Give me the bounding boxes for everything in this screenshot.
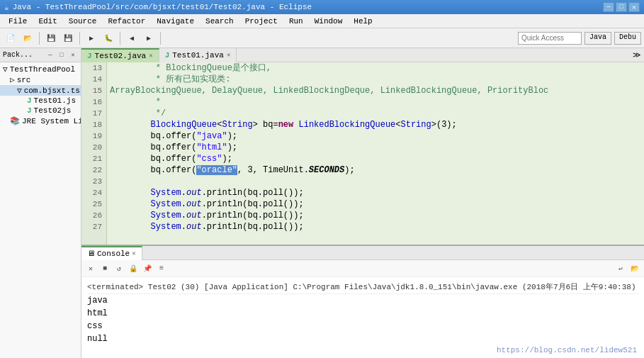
main-layout: Pack... ─ □ ✕ ▽ TestThreadPool ▷ src ▽ [0,48,644,358]
line-num-22: 22 [86,164,102,176]
code-line-16: * [110,96,641,108]
expand-icon: ▽ [3,65,8,74]
tree-item-jre[interactable]: 📚 JRE System Lib... [0,116,81,126]
toolbar-separator-2 [79,32,80,45]
line-num-21: 21 [86,153,102,164]
tree-item-test01[interactable]: J Test01.js [0,96,81,106]
eclipse-icon: ☕ [4,3,9,12]
minimize-panel-button[interactable]: ─ [45,50,55,60]
menu-bar: File Edit Source Refactor Navigate Searc… [0,14,644,28]
console-menu-button[interactable]: ≡ [155,262,168,275]
console-tab-bar: 🖥 Console ✕ [81,246,644,260]
code-line-19: bq.offer("java"); [110,130,641,142]
tab-close-test02[interactable]: ✕ [149,52,152,60]
menu-help[interactable]: Help [348,16,378,27]
java-file-icon: J [27,96,32,105]
editor-tab-menu-button[interactable]: ≫ [630,50,644,60]
maximize-panel-button[interactable]: □ [57,50,67,60]
tab-test01[interactable]: J Test01.java ✕ [159,48,237,62]
console-tab-icon: 🖥 [87,249,95,258]
menu-search[interactable]: Search [200,16,239,27]
line-num-25: 25 [86,198,102,210]
word-wrap-button[interactable]: ↩ [614,262,627,275]
save-all-button[interactable]: 💾 [60,30,76,46]
menu-project[interactable]: Project [239,16,283,27]
prev-button[interactable]: ◀ [124,30,140,46]
open-button[interactable]: 📂 [20,30,35,46]
console-right-buttons: ↩ 📂 [614,262,641,275]
line-num-13: 13 [86,62,102,74]
tree-label: TestThreadPool [10,65,75,74]
debug-button[interactable]: 🐛 [101,30,116,46]
toolbar-separator-3 [120,32,120,45]
line-num-14: 14 [86,74,102,85]
console-toolbar: ✕ ■ ↺ 🔒 📌 ≡ ↩ 📂 [81,260,644,277]
tree-item-project[interactable]: ▽ TestThreadPool [0,64,81,74]
title-bar-left: ☕ Java - TestThreadPool/src/com/bjsxt/te… [4,3,312,12]
expand-icon: ▽ [17,86,22,95]
minimize-button[interactable]: ─ [603,2,614,12]
clear-console-button[interactable]: ✕ [84,262,97,275]
rerun-button[interactable]: ↺ [113,262,125,275]
java-perspective-button[interactable]: Java [584,32,611,45]
tree-item-package[interactable]: ▽ com.bjsxt.ts [0,85,81,96]
pin-button[interactable]: 📌 [141,262,154,275]
package-explorer-header: Pack... ─ □ ✕ [0,48,81,62]
next-button[interactable]: ▶ [141,30,157,46]
tree-item-test02[interactable]: J Test02js [0,106,81,116]
save-button[interactable]: 💾 [43,30,59,46]
quick-access-box: Java Debu [518,32,641,45]
close-button[interactable]: ✕ [628,2,640,12]
code-line-22: bq.offer("oracle", 3, TimeUnit.SECONDS); [110,164,641,176]
tree-label: com.bjsxt.ts [24,86,80,95]
code-line-15: ArrayBlockingQueue, DelayQueue, LinkedBl… [110,85,641,96]
console-output-null: null [87,332,638,345]
menu-edit[interactable]: Edit [33,16,62,27]
menu-navigate[interactable]: Navigate [151,16,200,27]
tab-icon: J [87,52,92,60]
scroll-lock-button[interactable]: 🔒 [127,262,140,275]
close-panel-button[interactable]: ✕ [68,50,78,60]
debug-perspective-button[interactable]: Debu [614,32,641,45]
expand-icon: ▷ [10,75,15,84]
line-num-15: 15 [86,85,102,96]
code-editor[interactable]: 13 14 15 16 17 18 19 20 21 22 23 24 25 2… [81,62,644,245]
line-num-20: 20 [86,142,102,153]
code-line-18: BlockingQueue<String> bq=new LinkedBlock… [110,119,641,130]
right-panel: J Test02.java ✕ J Test01.java ✕ ≫ 13 14 … [81,48,644,358]
quick-access-input[interactable] [518,32,582,45]
tree-label: Test01.js [34,96,76,105]
console-tab-close[interactable]: ✕ [132,250,135,257]
menu-refactor[interactable]: Refactor [102,16,151,27]
tab-test02[interactable]: J Test02.java ✕ [81,48,159,62]
run-button[interactable]: ▶ [84,30,99,46]
code-line-26: System.out.println(bq.poll()); [110,210,641,221]
new-button[interactable]: 📄 [3,30,18,46]
tree-label: Test02js [34,106,72,115]
tree-item-src[interactable]: ▷ src [0,74,81,85]
line-numbers: 13 14 15 16 17 18 19 20 21 22 23 24 25 2… [81,62,107,245]
console-tab[interactable]: 🖥 Console ✕ [81,246,142,260]
code-line-17: */ [110,108,641,119]
menu-run[interactable]: Run [283,16,309,27]
java-file-icon: J [27,106,32,115]
title-bar: ☕ Java - TestThreadPool/src/com/bjsxt/te… [0,0,644,14]
terminate-button[interactable]: ■ [98,262,111,275]
package-explorer-title: Pack... [3,51,33,59]
window-title: Java - TestThreadPool/src/com/bjsxt/test… [13,3,312,11]
tab-close-test01[interactable]: ✕ [227,51,230,59]
code-line-13: * BlockingQueue是个接口, [110,62,641,74]
watermark: https://blog.csdn.net/lidew521 [497,346,637,354]
editor-tabs: J Test02.java ✕ J Test01.java ✕ ≫ [81,48,644,62]
menu-window[interactable]: Window [309,16,349,27]
maximize-button[interactable]: □ [616,2,627,12]
line-num-24: 24 [86,187,102,198]
console-output-html: html [87,307,638,320]
menu-file[interactable]: File [3,16,33,27]
bottom-panel: 🖥 Console ✕ ✕ ■ ↺ 🔒 📌 ≡ ↩ 📂 <terminated>… [81,245,644,358]
title-bar-controls[interactable]: ─ □ ✕ [603,2,640,12]
menu-source[interactable]: Source [63,16,103,27]
open-console-button[interactable]: 📂 [628,262,641,275]
tab-icon: J [165,51,170,60]
line-num-26: 26 [86,210,102,221]
